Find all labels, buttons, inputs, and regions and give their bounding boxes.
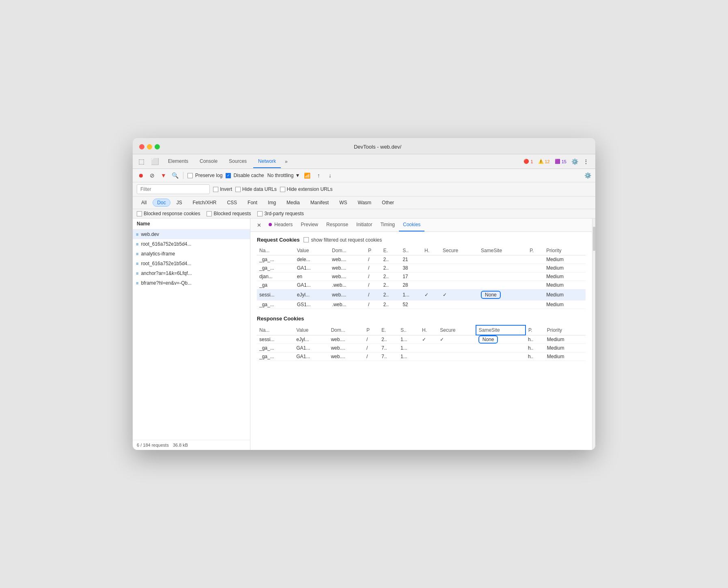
resp-rc-prio1-1: h.. <box>526 335 545 344</box>
col-expires[interactable]: E. <box>381 246 401 255</box>
more-tabs-button[interactable]: » <box>282 156 290 168</box>
close-detail-button[interactable]: ✕ <box>254 219 265 231</box>
more-options-icon[interactable]: ⋮ <box>583 158 589 165</box>
clear-button[interactable]: ⊘ <box>148 171 156 179</box>
request-cookie-row[interactable]: _ga_... GA1... web.... / 2.. 38 Medi <box>257 264 586 272</box>
throttle-selector[interactable]: No throttling ▼ <box>267 173 300 178</box>
resp-col-domain[interactable]: Dom... <box>328 325 364 335</box>
col-size[interactable]: S.. <box>400 246 422 255</box>
headers-dot <box>269 223 272 226</box>
resource-btn-wasm[interactable]: Wasm <box>353 199 376 207</box>
device-icon[interactable]: ⬜ <box>149 154 162 169</box>
resource-btn-doc[interactable]: Doc <box>153 199 170 207</box>
request-item-root2[interactable]: ≡ root_616a752e1b5d4... <box>133 259 250 268</box>
close-button[interactable] <box>139 144 144 149</box>
blocked-requests-checkbox[interactable] <box>207 211 212 216</box>
invert-checkbox-area: Invert <box>213 186 232 192</box>
request-cookies-table: Na... Value Dom... P E. S.. H. Secure Sa… <box>257 246 586 309</box>
col-path[interactable]: P <box>366 246 381 255</box>
rc-prio1-5 <box>527 290 544 300</box>
tab-cookies[interactable]: Cookies <box>399 218 424 231</box>
resource-btn-other[interactable]: Other <box>377 199 398 207</box>
resource-btn-img[interactable]: Img <box>263 199 280 207</box>
request-cookie-row[interactable]: _ga_... GS1... .web... / 2.. 52 Medi <box>257 300 586 309</box>
rc-value-5: eJyl... <box>295 290 330 300</box>
rc-value-4: GA1... <box>295 281 330 290</box>
col-domain[interactable]: Dom... <box>330 246 366 255</box>
resource-btn-js[interactable]: JS <box>172 199 187 207</box>
col-httponly[interactable]: H. <box>422 246 440 255</box>
settings-icon[interactable]: ⚙️ <box>571 158 578 165</box>
tab-console[interactable]: Console <box>195 155 222 168</box>
minimize-button[interactable] <box>147 144 152 149</box>
network-settings-icon[interactable]: ⚙️ <box>584 172 591 179</box>
hide-extension-urls-checkbox[interactable] <box>280 187 285 192</box>
disable-cache-checkbox[interactable]: ✓ <box>226 173 231 178</box>
col-value[interactable]: Value <box>295 246 330 255</box>
search-button[interactable]: 🔍 <box>171 171 179 179</box>
filter-button[interactable]: ▼ <box>159 171 168 179</box>
scrollbar-thumb[interactable] <box>593 227 595 251</box>
response-cookie-row[interactable]: _ga_... GA1... web.... / 7.. 1... h.. <box>257 344 586 352</box>
col-secure[interactable]: Secure <box>440 246 478 255</box>
resp-col-path[interactable]: P <box>364 325 379 335</box>
blocked-response-cookies-checkbox[interactable] <box>137 211 142 216</box>
tab-sources[interactable]: Sources <box>224 155 252 168</box>
resp-col-priority[interactable]: Priority <box>545 325 586 335</box>
show-filtered-checkbox[interactable] <box>304 237 309 242</box>
col-samesite[interactable]: SameSite <box>478 246 527 255</box>
resource-btn-css[interactable]: CSS <box>222 199 241 207</box>
download-icon[interactable]: ↓ <box>326 171 334 179</box>
request-cookie-row[interactable]: _ga_... dele... web.... / 2.. 21 Med <box>257 255 586 264</box>
tab-elements[interactable]: Elements <box>163 155 193 168</box>
col-name[interactable]: Na... <box>257 246 295 255</box>
resource-btn-fetch-xhr[interactable]: Fetch/XHR <box>188 199 221 207</box>
response-cookie-row-highlighted[interactable]: sessi... eJyl... web.... / 2.. 1... ✓ ✓ … <box>257 335 586 344</box>
resp-col-name[interactable]: Na... <box>257 325 294 335</box>
resource-btn-ws[interactable]: WS <box>335 199 351 207</box>
request-name-root2: root_616a752e1b5d4... <box>141 261 191 266</box>
tab-timing[interactable]: Timing <box>376 218 399 231</box>
response-cookie-row[interactable]: _ga_... GA1... web.... / 7.. 1... h.. <box>257 352 586 361</box>
resource-btn-font[interactable]: Font <box>243 199 262 207</box>
resource-btn-media[interactable]: Media <box>282 199 304 207</box>
tab-response[interactable]: Response <box>322 218 352 231</box>
request-cookie-row[interactable]: _ga GA1... .web... / 2.. 28 Medium <box>257 281 586 290</box>
scrollbar[interactable] <box>592 218 595 450</box>
tab-headers[interactable]: Headers <box>265 218 297 231</box>
resp-col-httponly[interactable]: H. <box>420 325 437 335</box>
request-item-webdev[interactable]: ≡ web.dev <box>133 229 250 239</box>
third-party-requests-checkbox[interactable] <box>257 211 263 216</box>
request-item-analytics[interactable]: ≡ analytics-iframe <box>133 249 250 259</box>
rc-samesite-4 <box>478 281 527 290</box>
tab-initiator[interactable]: Initiator <box>352 218 376 231</box>
record-stop-button[interactable]: ⏺ <box>137 171 145 179</box>
maximize-button[interactable] <box>155 144 160 149</box>
resp-col-expires[interactable]: E. <box>379 325 398 335</box>
invert-checkbox[interactable] <box>213 187 218 192</box>
hide-data-urls-checkbox[interactable] <box>235 187 241 192</box>
resource-btn-all[interactable]: All <box>137 199 151 207</box>
request-cookie-row-highlighted[interactable]: sessi... eJyl... web.... / 2.. 1... ✓ ✓ … <box>257 290 586 300</box>
resp-col-secure[interactable]: Secure <box>437 325 476 335</box>
filter-input[interactable] <box>137 184 210 194</box>
resp-col-samesite[interactable]: SameSite <box>476 325 526 335</box>
request-item-bframe[interactable]: ≡ bframe?hl=en&v=-Qb... <box>133 278 250 288</box>
upload-icon[interactable]: ↑ <box>314 171 323 179</box>
requests-footer: 6 / 184 requests 36.8 kB <box>133 440 250 450</box>
resp-col-size[interactable]: S.. <box>398 325 420 335</box>
tab-preview[interactable]: Preview <box>297 218 322 231</box>
preserve-log-checkbox[interactable] <box>187 173 193 178</box>
cookies-detail-content: Request Cookies show filtered out reques… <box>250 232 592 450</box>
request-cookie-row[interactable]: djan... en web.... / 2.. 17 Medium <box>257 272 586 281</box>
doc-icon-root2: ≡ <box>136 261 138 266</box>
col-prio1[interactable]: P. <box>527 246 544 255</box>
cursor-icon[interactable]: ⬚ <box>136 154 147 169</box>
request-item-anchor[interactable]: ≡ anchor?ar=1&k=6Lfqf... <box>133 268 250 278</box>
request-item-root1[interactable]: ≡ root_616a752e1b5d4... <box>133 239 250 249</box>
tab-network[interactable]: Network <box>253 155 281 168</box>
col-priority[interactable]: Priority <box>544 246 586 255</box>
resource-btn-manifest[interactable]: Manifest <box>306 199 333 207</box>
resp-col-value[interactable]: Value <box>294 325 328 335</box>
resp-col-prio1[interactable]: P. <box>526 325 545 335</box>
